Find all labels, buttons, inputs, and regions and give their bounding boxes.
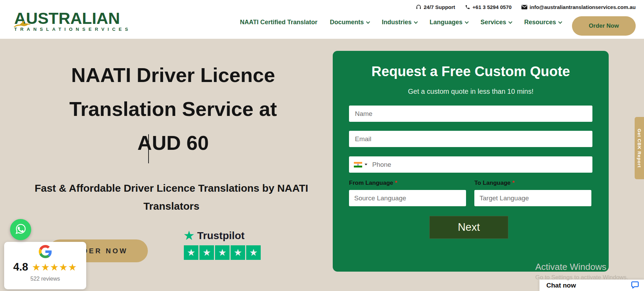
- trustpilot-star-box: ★: [246, 245, 261, 260]
- nav-label: Documents: [330, 19, 364, 26]
- activate-windows-hint: Go to Settings to activate Windows.: [535, 274, 628, 281]
- from-language-label: From Language*: [349, 180, 397, 187]
- trustpilot-brand: Trustpilot: [197, 230, 245, 242]
- side-tab-report[interactable]: Get CBK Report: [635, 117, 644, 179]
- headset-icon: [416, 4, 421, 10]
- next-button[interactable]: Next: [429, 216, 508, 239]
- chevron-down-icon: [366, 20, 370, 24]
- google-rating-stars: ★★★★★: [32, 262, 77, 273]
- order-now-nav-button[interactable]: Order Now: [572, 16, 636, 36]
- chat-bubble-icon: [631, 281, 639, 290]
- phone-field[interactable]: [367, 156, 592, 173]
- text-cursor: [148, 134, 149, 163]
- hero-subheading: Fast & Affordable Driver Licence Transla…: [33, 179, 310, 215]
- quote-form-panel: Request a Free Custom Quote Get a custom…: [333, 51, 609, 272]
- google-rating-row: 4.8 ★★★★★: [4, 261, 86, 273]
- heading-line-3: AUD 60: [29, 126, 317, 160]
- trustpilot-star-box: ★: [231, 245, 245, 260]
- trustpilot-star-box: ★: [184, 245, 198, 260]
- india-flag-icon: [354, 162, 362, 167]
- trustpilot-widget[interactable]: ★ Trustpilot ★ ★ ★ ★ ★: [184, 230, 261, 260]
- trustpilot-logo: ★ Trustpilot: [184, 230, 261, 242]
- support-info: 24/7 Support: [416, 4, 455, 10]
- heading-line-2: Translation Service at: [29, 92, 317, 126]
- google-review-count: 522 reviews: [4, 276, 86, 282]
- page-title: NAATI Driver Licence Translation Service…: [29, 58, 317, 160]
- phone-number: +61 3 5294 0570: [473, 4, 512, 10]
- country-dropdown-icon[interactable]: [365, 164, 367, 165]
- whatsapp-button[interactable]: [10, 219, 31, 240]
- email-field[interactable]: [349, 131, 592, 147]
- site-logo[interactable]: AUSTRALIAN TRANSLATIONSERVICES: [14, 10, 139, 32]
- nav-label: Resources: [524, 19, 556, 26]
- nav-industries[interactable]: Industries: [382, 19, 417, 26]
- chevron-down-icon: [414, 20, 418, 24]
- to-language-label: To Language*: [474, 180, 515, 187]
- form-title: Request a Free Custom Quote: [333, 64, 609, 79]
- chevron-down-icon: [558, 20, 562, 24]
- chat-now-label: Chat now: [546, 282, 576, 289]
- google-rating-value: 4.8: [13, 261, 28, 273]
- google-review-widget[interactable]: 4.8 ★★★★★ 522 reviews: [4, 242, 86, 289]
- side-tab-label: Get CBK Report: [637, 129, 642, 168]
- support-label: 24/7 Support: [424, 4, 455, 10]
- name-field[interactable]: [349, 106, 592, 122]
- nav-label: Industries: [382, 19, 412, 26]
- nav-services[interactable]: Services: [481, 19, 512, 26]
- label-text: From Language: [349, 180, 393, 186]
- form-subtitle: Get a custom quote in less than 10 mins!: [333, 88, 609, 96]
- nav-label: NAATI Certified Translator: [240, 19, 317, 26]
- phone-icon: [465, 4, 470, 10]
- email-link[interactable]: info@australiantranslationservices.com.a…: [521, 4, 636, 10]
- source-language-field[interactable]: [349, 190, 466, 206]
- phone-field-wrapper: [349, 156, 592, 173]
- chat-now-bar[interactable]: Chat now: [539, 280, 644, 291]
- trustpilot-star-icon: ★: [184, 230, 194, 241]
- chevron-down-icon: [508, 20, 512, 24]
- trustpilot-rating-stars: ★ ★ ★ ★ ★: [184, 245, 261, 260]
- nav-documents[interactable]: Documents: [330, 19, 369, 26]
- email-icon: [521, 5, 527, 9]
- required-asterisk: *: [512, 180, 515, 186]
- nav-naati-certified-translator[interactable]: NAATI Certified Translator: [240, 19, 317, 26]
- nav-label: Languages: [430, 19, 463, 26]
- main-nav: NAATI Certified Translator Documents Ind…: [240, 19, 562, 26]
- target-language-field[interactable]: [474, 190, 591, 206]
- email-address: info@australiantranslationservices.com.a…: [530, 4, 636, 10]
- page: 24/7 Support +61 3 5294 0570 info@austra…: [0, 0, 644, 291]
- phone-link[interactable]: +61 3 5294 0570: [465, 4, 512, 10]
- activate-windows-watermark: Activate Windows: [535, 262, 606, 272]
- heading-line-1: NAATI Driver Licence: [29, 58, 317, 92]
- nav-resources[interactable]: Resources: [524, 19, 562, 26]
- required-asterisk: *: [395, 180, 397, 186]
- nav-label: Services: [481, 19, 506, 26]
- chevron-down-icon: [465, 20, 468, 24]
- nav-languages[interactable]: Languages: [430, 19, 468, 26]
- label-text: To Language: [474, 180, 511, 186]
- whatsapp-icon: [15, 223, 27, 237]
- google-logo-icon: [39, 253, 52, 259]
- kangaroo-icon: [13, 19, 34, 30]
- trustpilot-star-box: ★: [199, 245, 214, 260]
- trustpilot-star-box: ★: [215, 245, 230, 260]
